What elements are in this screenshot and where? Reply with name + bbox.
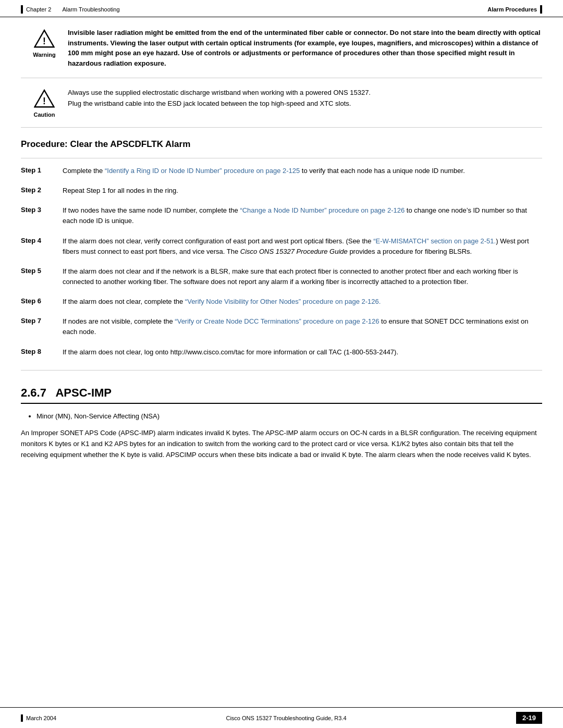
step-label-1: Step 1 <box>21 166 63 176</box>
step-row: Step 7 If nodes are not visible, complet… <box>21 314 542 339</box>
warning-triangle-icon: ! <box>34 29 55 50</box>
bullet-item-1: Minor (MN), Non-Service Affecting (NSA) <box>36 412 160 420</box>
step-row: Step 2 Repeat Step 1 for all nodes in th… <box>21 183 542 198</box>
step-label-4: Step 4 <box>21 236 63 257</box>
step-content-5: If the alarm does not clear and if the n… <box>63 266 542 287</box>
header-right-label: Alarm Procedures <box>487 6 537 13</box>
step-label-7: Step 7 <box>21 316 63 337</box>
step-row: Step 4 If the alarm does not clear, veri… <box>21 234 542 259</box>
caution-line1: Always use the supplied electrostatic di… <box>68 89 371 96</box>
step-content-4: If the alarm does not clear, verify corr… <box>63 236 542 257</box>
step-content-6: If the alarm does not clear, complete th… <box>63 297 542 307</box>
step-label-5: Step 5 <box>21 266 63 287</box>
header-chapter: Chapter 2 <box>26 6 51 13</box>
svg-text:!: ! <box>43 96 46 106</box>
step-label-6: Step 6 <box>21 297 63 307</box>
header-left: Chapter 2 Alarm Troubleshooting <box>21 5 120 14</box>
caution-line2: Plug the wristband cable into the ESD ja… <box>68 100 351 107</box>
step-row: Step 6 If the alarm does not clear, comp… <box>21 294 542 309</box>
main-content: ! Warning Invisible laser radiation migh… <box>0 17 563 707</box>
step-row: Step 1 Complete the “Identify a Ring ID … <box>21 164 542 178</box>
footer-guide-title: Cisco ONS 15327 Troubleshooting Guide, R… <box>226 715 346 721</box>
header-right-bar <box>540 5 542 14</box>
step-label-2: Step 2 <box>21 186 63 196</box>
header-right: Alarm Procedures <box>487 5 542 14</box>
step-content-7: If nodes are not visible, complete the “… <box>63 316 542 337</box>
caution-block: ! Caution Always use the supplied electr… <box>21 88 542 128</box>
step6-link[interactable]: “Verify Node Visibility for Other Nodes”… <box>185 298 381 305</box>
body-paragraph-1: An Improper SONET APS Code (APSC-IMP) al… <box>21 428 542 460</box>
step-content-1: Complete the “Identify a Ring ID or Node… <box>63 166 542 176</box>
step7-link[interactable]: “Verify or Create Node DCC Terminations”… <box>175 317 379 325</box>
step-label-8: Step 8 <box>21 347 63 357</box>
header-chapter-section: Alarm Troubleshooting <box>62 6 119 13</box>
procedure-heading: Procedure: Clear the APSCDFLTK Alarm <box>21 139 542 150</box>
step-row: Step 8 If the alarm does not clear, log … <box>21 345 542 360</box>
caution-label: Caution <box>34 112 55 118</box>
step3-link[interactable]: “Change a Node ID Number” procedure on p… <box>240 206 405 214</box>
footer-date: March 2004 <box>26 715 56 721</box>
major-section-heading: 2.6.7 APSC-IMP <box>21 386 542 404</box>
warning-icon-col: ! Warning <box>21 28 68 58</box>
footer-left: March 2004 <box>21 714 56 722</box>
step-label-3: Step 3 <box>21 205 63 226</box>
footer-bar <box>21 714 23 722</box>
caution-text: Always use the supplied electrostatic di… <box>68 88 542 109</box>
step1-link[interactable]: “Identify a Ring ID or Node ID Number” p… <box>105 167 300 175</box>
page-header: Chapter 2 Alarm Troubleshooting Alarm Pr… <box>0 0 563 17</box>
step-row: Step 5 If the alarm does not clear and i… <box>21 264 542 289</box>
page-footer: March 2004 Cisco ONS 15327 Troubleshooti… <box>0 707 563 728</box>
procedure-heading-text: Procedure: Clear the APSCDFLTK Alarm <box>21 139 190 149</box>
page-wrapper: Chapter 2 Alarm Troubleshooting Alarm Pr… <box>0 0 563 728</box>
warning-block: ! Warning Invisible laser radiation migh… <box>21 28 542 78</box>
caution-triangle-icon: ! <box>34 89 55 109</box>
svg-text:!: ! <box>43 36 46 46</box>
step-row: Step 3 If two nodes have the same node I… <box>21 203 542 228</box>
major-section-number: 2.6.7 <box>21 386 46 399</box>
header-left-bar <box>21 5 23 14</box>
step-content-8: If the alarm does not clear, log onto ht… <box>63 347 542 357</box>
list-item: Minor (MN), Non-Service Affecting (NSA) <box>36 411 542 422</box>
warning-label: Warning <box>33 52 56 58</box>
caution-icon-col: ! Caution <box>21 88 68 118</box>
warning-text: Invisible laser radiation might be emitt… <box>68 28 542 68</box>
bullet-list: Minor (MN), Non-Service Affecting (NSA) <box>36 411 542 422</box>
steps-section: Step 1 Complete the “Identify a Ring ID … <box>21 158 542 371</box>
step-content-2: Repeat Step 1 for all nodes in the ring. <box>63 186 542 196</box>
footer-page-number: 2-19 <box>516 712 542 724</box>
major-section-title: APSC-IMP <box>55 386 112 399</box>
step4-link[interactable]: “E-W-MISMATCH” section on page 2-51. <box>373 237 496 245</box>
footer-center: Cisco ONS 15327 Troubleshooting Guide, R… <box>226 715 346 721</box>
step-content-3: If two nodes have the same node ID numbe… <box>63 205 542 226</box>
